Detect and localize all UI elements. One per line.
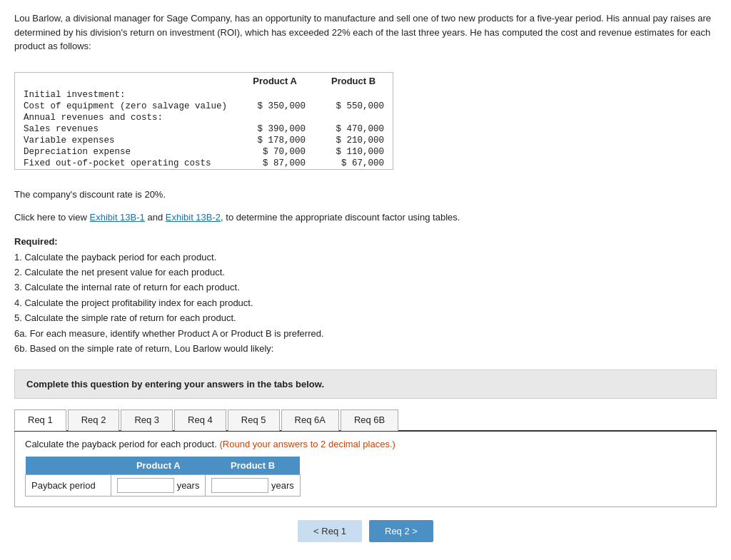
- answer-table: Product A Product B Payback period years…: [25, 457, 301, 497]
- complete-box-text: Complete this question by entering your …: [26, 379, 324, 390]
- table-cell-b: $ 67,000: [314, 158, 393, 169]
- payback-period-b-input[interactable]: [211, 478, 268, 493]
- table-cell-b: $ 550,000: [314, 101, 393, 112]
- tab-req-1[interactable]: Req 1: [14, 409, 66, 431]
- tab-req-4[interactable]: Req 4: [174, 409, 226, 431]
- data-table-wrapper: Product A Product B Initial investment:C…: [14, 72, 393, 170]
- exhibit-13b-1-link[interactable]: Exhibit 13B-1: [89, 212, 144, 223]
- complete-box: Complete this question by entering your …: [14, 370, 717, 399]
- payback-period-a-cell: years: [111, 474, 206, 496]
- req-instruction: Calculate the payback period for each pr…: [25, 439, 706, 449]
- req1-note: (Round your answers to 2 decimal places.…: [219, 439, 395, 449]
- table-cell-a: $ 70,000: [236, 146, 314, 158]
- required-item: 4. Calculate the project profitability i…: [14, 295, 717, 310]
- table-cell-label: Annual revenues and costs:: [15, 112, 236, 123]
- table-cell-b: $ 210,000: [314, 135, 393, 146]
- table-cell-b: $ 110,000: [314, 146, 393, 158]
- table-row: Depreciation expense$ 70,000$ 110,000: [15, 146, 393, 158]
- table-cell-a: $ 350,000: [236, 101, 314, 112]
- table-row: Initial investment:: [15, 89, 393, 101]
- link-end-text: , to determine the appropriate discount …: [221, 212, 460, 223]
- tab-req-2[interactable]: Req 2: [68, 409, 120, 431]
- and-text: and: [145, 212, 166, 223]
- product-data-table: Product A Product B Initial investment:C…: [15, 73, 393, 169]
- prev-button[interactable]: < Req 1: [298, 520, 362, 542]
- table-cell-label: Initial investment:: [15, 89, 236, 101]
- table-cell-label: Cost of equipment (zero salvage value): [15, 101, 236, 112]
- table-cell-label: Depreciation expense: [15, 146, 236, 158]
- table-cell-a: $ 178,000: [236, 135, 314, 146]
- exhibit-13b-2-link[interactable]: Exhibit 13B-2: [166, 212, 221, 223]
- tabs-row: Req 1Req 2Req 3Req 4Req 5Req 6AReq 6B: [14, 409, 717, 432]
- tab-content-area: Calculate the payback period for each pr…: [14, 432, 717, 507]
- payback-period-a-input[interactable]: [117, 478, 174, 493]
- table-cell-a: $ 87,000: [236, 158, 314, 169]
- col-header-b: Product B: [314, 73, 393, 89]
- table-row: Fixed out-of-pocket operating costs$ 87,…: [15, 158, 393, 169]
- payback-period-b-cell: years: [206, 474, 300, 496]
- tab-req-3[interactable]: Req 3: [121, 409, 173, 431]
- table-cell-label: Sales revenues: [15, 123, 236, 135]
- discount-rate-sentence: The company's discount rate is 20%.: [14, 189, 166, 200]
- tab-req-6a[interactable]: Req 6A: [281, 409, 339, 431]
- required-item: 6b. Based on the simple rate of return, …: [14, 341, 717, 356]
- required-item: 2. Calculate the net present value for e…: [14, 265, 717, 280]
- table-cell-label: Fixed out-of-pocket operating costs: [15, 158, 236, 169]
- required-item: 6a. For each measure, identify whether P…: [14, 326, 717, 341]
- nav-buttons: < Req 1 Req 2 >: [14, 520, 717, 542]
- table-row: Cost of equipment (zero salvage value)$ …: [15, 101, 393, 112]
- table-row: Sales revenues$ 390,000$ 470,000: [15, 123, 393, 135]
- table-row: Annual revenues and costs:: [15, 112, 393, 123]
- req1-note-text: (Round your answers to 2 decimal places.…: [219, 439, 395, 449]
- answer-col-label: [26, 457, 111, 475]
- tab-req-5[interactable]: Req 5: [228, 409, 280, 431]
- required-item: 3. Calculate the internal rate of return…: [14, 280, 717, 295]
- unit-a: years: [177, 480, 200, 491]
- unit-b: years: [271, 480, 294, 491]
- table-cell-label: Variable expenses: [15, 135, 236, 146]
- table-cell-a: [236, 112, 314, 123]
- payback-period-row: Payback period years years: [26, 474, 301, 496]
- answer-col-b: Product B: [206, 457, 300, 475]
- required-item: 5. Calculate the simple rate of return f…: [14, 310, 717, 325]
- table-cell-b: $ 470,000: [314, 123, 393, 135]
- click-here-text: Click here to view: [14, 212, 89, 223]
- exhibit-link-text: Click here to view Exhibit 13B-1 and Exh…: [14, 210, 717, 225]
- table-cell-a: $ 390,000: [236, 123, 314, 135]
- required-item: 1. Calculate the payback period for each…: [14, 250, 717, 265]
- req1-instruction-text: Calculate the payback period for each pr…: [25, 439, 217, 449]
- discount-rate-text: The company's discount rate is 20%.: [14, 188, 717, 203]
- intro-paragraph: Lou Barlow, a divisional manager for Sag…: [14, 11, 717, 54]
- col-header-a: Product A: [236, 73, 314, 89]
- next-button[interactable]: Req 2 >: [369, 520, 433, 542]
- required-heading: Required:: [14, 236, 58, 247]
- required-section: Required: 1. Calculate the payback perio…: [14, 234, 717, 357]
- answer-col-a: Product A: [111, 457, 206, 475]
- tab-req-6b[interactable]: Req 6B: [341, 409, 398, 431]
- table-cell-b: [314, 89, 393, 101]
- table-cell-b: [314, 112, 393, 123]
- payback-period-label: Payback period: [26, 474, 111, 496]
- table-cell-a: [236, 89, 314, 101]
- table-row: Variable expenses$ 178,000$ 210,000: [15, 135, 393, 146]
